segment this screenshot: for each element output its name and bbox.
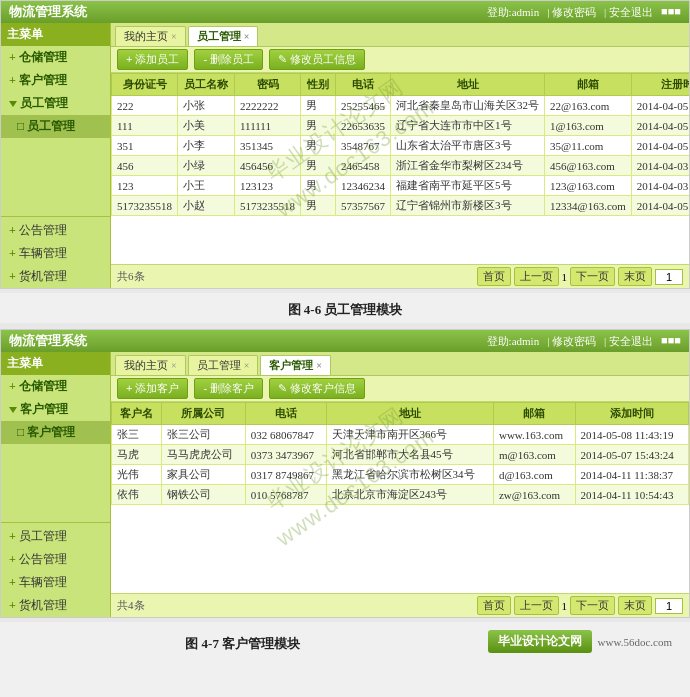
sidebar-item-announcement-1[interactable]: + 公告管理 — [1, 219, 110, 242]
tab-bar-1: 我的主页 × 员工管理 × — [111, 23, 689, 47]
sidebar-item-vehicle-1[interactable]: + 车辆管理 — [1, 242, 110, 265]
tab-home-1[interactable]: 我的主页 × — [115, 26, 186, 46]
page-prev-1[interactable]: 上一页 — [514, 267, 559, 286]
employee-cell-3-2: 456456 — [235, 156, 301, 176]
employee-cell-5-1: 小赵 — [178, 196, 235, 216]
employee-cell-2-7: 2014-04-05 14:59:27 — [631, 136, 689, 156]
plus-icon-announcement-1: + — [9, 223, 16, 238]
sidebar-item-employee-1[interactable]: 员工管理 — [1, 92, 110, 115]
table-row[interactable]: 222小张2222222男25255465河北省秦皇岛市山海关区32号22@16… — [112, 96, 690, 116]
sidebar-item-warehouse-1[interactable]: + 仓储管理 — [1, 46, 110, 69]
employee-cell-2-6: 35@11.com — [545, 136, 632, 156]
employee-cell-4-1: 小王 — [178, 176, 235, 196]
tab-home-2[interactable]: 我的主页 × — [115, 355, 186, 375]
employee-cell-0-0: 222 — [112, 96, 178, 116]
employee-cell-1-6: 1@163.com — [545, 116, 632, 136]
page-sep-2: 1 — [562, 600, 568, 612]
sidebar-item-warehouse-2[interactable]: + 仓储管理 — [1, 375, 110, 398]
table-row[interactable]: 5173235518小赵5173235518男57357567辽宁省锦州市新楼区… — [112, 196, 690, 216]
sidebar-item-customer-2[interactable]: 客户管理 — [1, 398, 110, 421]
employee-cell-4-0: 123 — [112, 176, 178, 196]
employee-cell-0-3: 男 — [301, 96, 336, 116]
employee-cell-3-1: 小绿 — [178, 156, 235, 176]
page-first-1[interactable]: 首页 — [477, 267, 511, 286]
system-title-1: 物流管理系统 — [9, 3, 87, 21]
add-employee-button[interactable]: + 添加员工 — [117, 49, 188, 70]
icons-1: ■■■ — [661, 5, 681, 20]
employee-cell-4-7: 2014-04-03 19:07:24 — [631, 176, 689, 196]
tab-close-employee-2[interactable]: × — [244, 360, 250, 371]
page-first-2[interactable]: 首页 — [477, 596, 511, 615]
sidebar-item-customer-sub-2[interactable]: □ 客户管理 — [1, 421, 110, 444]
sidebar-item-cargo-2[interactable]: + 货机管理 — [1, 594, 110, 617]
customer-cell-1-2: 0373 3473967 — [245, 445, 326, 465]
page-prev-2[interactable]: 上一页 — [514, 596, 559, 615]
employee-cell-4-2: 123123 — [235, 176, 301, 196]
page-last-1[interactable]: 末页 — [618, 267, 652, 286]
system-panel-1: 毕业设计论文网www.doc163.com 物流管理系统 登助:admin | … — [0, 0, 690, 289]
main-content-2: 我的主页 × 员工管理 × 客户管理 × + 添加客户 - 删除客户 — [111, 352, 689, 617]
admin-link-2[interactable]: 登助:admin — [487, 334, 540, 349]
admin-link-1[interactable]: 登助:admin — [487, 5, 540, 20]
page-next-2[interactable]: 下一页 — [570, 596, 615, 615]
employee-cell-3-6: 456@163.com — [545, 156, 632, 176]
table-row[interactable]: 光伟家具公司0317 8749867黑龙江省哈尔滨市松树区34号d@163.co… — [112, 465, 689, 485]
system-body-1: 主菜单 + 仓储管理 + 客户管理 员工管理 □ 员工管理 — [1, 23, 689, 288]
table-row[interactable]: 111小美111111男22653635辽宁省大连市市中区1号1@163.com… — [112, 116, 690, 136]
logout-2[interactable]: | 安全退出 — [604, 334, 653, 349]
tab-employee-2[interactable]: 员工管理 × — [188, 355, 259, 375]
page-next-1[interactable]: 下一页 — [570, 267, 615, 286]
delete-customer-button[interactable]: - 删除客户 — [194, 378, 263, 399]
table-row[interactable]: 456小绿456456男2465458浙江省金华市梨树区234号456@163.… — [112, 156, 690, 176]
sidebar-item-announcement-2[interactable]: + 公告管理 — [1, 548, 110, 571]
edit-customer-button[interactable]: ✎ 修改客户信息 — [269, 378, 365, 399]
employee-cell-3-5: 浙江省金华市梨树区234号 — [391, 156, 545, 176]
logo-badge[interactable]: 毕业设计论文网 — [488, 630, 592, 653]
delete-employee-button[interactable]: - 删除员工 — [194, 49, 263, 70]
edit-employee-button[interactable]: ✎ 修改员工信息 — [269, 49, 365, 70]
table-row[interactable]: 351小李351345男3548767山东省太治平市唐区3号35@11.com2… — [112, 136, 690, 156]
sidebar-item-customer-1[interactable]: + 客户管理 — [1, 69, 110, 92]
page-last-2[interactable]: 末页 — [618, 596, 652, 615]
sidebar-item-vehicle-2[interactable]: + 车辆管理 — [1, 571, 110, 594]
th-name: 员工名称 — [178, 74, 235, 96]
page-input-2[interactable] — [655, 598, 683, 614]
add-customer-button[interactable]: + 添加客户 — [117, 378, 188, 399]
change-password-2[interactable]: | 修改密码 — [547, 334, 596, 349]
tab-close-home-1[interactable]: × — [171, 31, 177, 42]
tab-employee-1[interactable]: 员工管理 × — [188, 26, 259, 46]
sidebar-item-employee-sub-1[interactable]: □ 员工管理 — [1, 115, 110, 138]
sidebar-title-1: 主菜单 — [1, 23, 110, 46]
table-row[interactable]: 123小王123123男12346234福建省南平市延平区5号123@163.c… — [112, 176, 690, 196]
chevron-down-employee-1 — [9, 101, 17, 107]
employee-pagination: 共6条 首页 上一页 1 下一页 末页 — [111, 264, 689, 288]
plus-icon-vehicle-2: + — [9, 575, 16, 590]
change-password-1[interactable]: | 修改密码 — [547, 5, 596, 20]
th-gender: 性别 — [301, 74, 336, 96]
employee-cell-4-6: 123@163.com — [545, 176, 632, 196]
sidebar-item-employee-2[interactable]: + 员工管理 — [1, 525, 110, 548]
table-row[interactable]: 依伟钢铁公司010 5768787北京北京市海淀区243号zw@163.com2… — [112, 485, 689, 505]
sidebar-divider-1 — [1, 216, 110, 217]
page-input-1[interactable] — [655, 269, 683, 285]
tab-customer-2[interactable]: 客户管理 × — [260, 355, 331, 375]
tab-close-customer-2[interactable]: × — [316, 360, 322, 371]
sidebar-item-cargo-1[interactable]: + 货机管理 — [1, 265, 110, 288]
customer-cell-2-0: 光伟 — [112, 465, 162, 485]
logout-1[interactable]: | 安全退出 — [604, 5, 653, 20]
table-row[interactable]: 马虎马马虎虎公司0373 3473967河北省邯郸市大名县45号m@163.co… — [112, 445, 689, 465]
employee-cell-1-4: 22653635 — [336, 116, 391, 136]
tab-close-employee-1[interactable]: × — [244, 31, 250, 42]
sidebar-2: 主菜单 + 仓储管理 客户管理 □ 客户管理 + 员工管理 — [1, 352, 111, 617]
customer-cell-0-2: 032 68067847 — [245, 425, 326, 445]
cth-email: 邮箱 — [493, 403, 575, 425]
customer-cell-2-4: d@163.com — [493, 465, 575, 485]
cth-name: 客户名 — [112, 403, 162, 425]
customer-cell-3-4: zw@163.com — [493, 485, 575, 505]
table-row[interactable]: 张三张三公司032 68067847天津天津市南开区366号www.163.co… — [112, 425, 689, 445]
figure-caption-1: 图 4-6 员工管理模块 — [0, 293, 690, 323]
page-sep-1: 1 — [562, 271, 568, 283]
cth-address: 地址 — [326, 403, 493, 425]
tab-close-home-2[interactable]: × — [171, 360, 177, 371]
th-pwd: 密码 — [235, 74, 301, 96]
